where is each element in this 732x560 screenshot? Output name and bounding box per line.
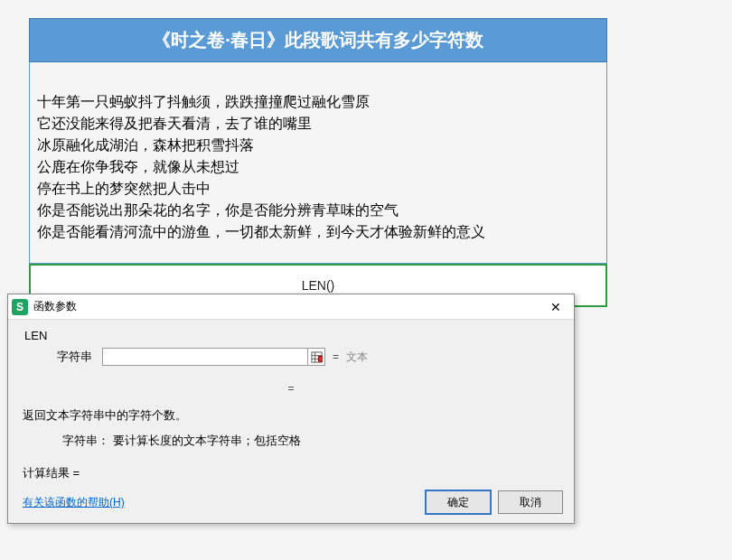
argument-input[interactable] <box>102 348 308 366</box>
cancel-button[interactable]: 取消 <box>498 490 563 514</box>
header-title: 《时之卷·春日》此段歌词共有多少字符数 <box>153 30 483 50</box>
function-args-dialog: S 函数参数 ✕ LEN 字符串 = 文本 = 返回文本字符串中的字符 <box>7 294 575 524</box>
ok-button[interactable]: 确定 <box>426 490 491 514</box>
argument-row: 字符串 = 文本 <box>57 348 563 366</box>
app-icon: S <box>12 299 28 315</box>
lyric-line: 你是否能看清河流中的游鱼，一切都太新鲜，到今天才体验新鲜的意义 <box>37 221 599 243</box>
help-link[interactable]: 有关该函数的帮助(H) <box>23 495 125 510</box>
formula-text: LEN() <box>302 278 335 293</box>
lyric-line: 你是否能说出那朵花的名字，你是否能分辨青草味的空气 <box>37 200 599 221</box>
dialog-body: LEN 字符串 = 文本 = 返回文本字符串中的字符个数。 字符串： 要计算长度… <box>8 320 574 523</box>
header-cell: 《时之卷·春日》此段歌词共有多少字符数 <box>29 18 607 62</box>
equals-sign: = <box>333 350 339 363</box>
argument-label: 字符串 <box>57 349 102 365</box>
dialog-titlebar[interactable]: S 函数参数 ✕ <box>8 294 574 320</box>
close-button[interactable]: ✕ <box>538 295 574 319</box>
lyric-line: 冰原融化成湖泊，森林把积雪抖落 <box>37 135 599 156</box>
lyric-line: 它还没能来得及把春天看清，去了谁的嘴里 <box>37 113 599 135</box>
dialog-title: 函数参数 <box>33 299 77 314</box>
argument-desc-text: 要计算长度的文本字符串；包括空格 <box>113 434 301 447</box>
argument-desc-label: 字符串： <box>62 434 109 447</box>
lyric-line: 公鹿在你争我夺，就像从未想过 <box>37 156 599 178</box>
result-equals: = <box>19 382 563 395</box>
close-icon: ✕ <box>550 300 561 314</box>
function-description: 返回文本字符串中的字符个数。 <box>23 407 563 424</box>
lyric-line: 十年第一只蚂蚁抖了抖触须，跌跌撞撞爬过融化雪原 <box>37 91 599 113</box>
range-select-button[interactable] <box>307 348 325 366</box>
dialog-footer: 有关该函数的帮助(H) 确定 取消 <box>19 490 563 514</box>
argument-description: 字符串： 要计算长度的文本字符串；包括空格 <box>62 433 563 449</box>
worksheet: 《时之卷·春日》此段歌词共有多少字符数 十年第一只蚂蚁抖了抖触须，跌跌撞撞爬过融… <box>29 18 607 307</box>
argument-preview: 文本 <box>346 350 368 365</box>
calc-result-label: 计算结果 = <box>23 466 80 480</box>
function-name: LEN <box>24 329 563 342</box>
svg-rect-4 <box>318 356 323 361</box>
calc-result: 计算结果 = <box>23 465 563 481</box>
lyric-line: 停在书上的梦突然把人击中 <box>37 178 599 200</box>
table-ref-icon <box>311 351 323 363</box>
lyrics-cell: 十年第一只蚂蚁抖了抖触须，跌跌撞撞爬过融化雪原 它还没能来得及把春天看清，去了谁… <box>29 62 607 264</box>
